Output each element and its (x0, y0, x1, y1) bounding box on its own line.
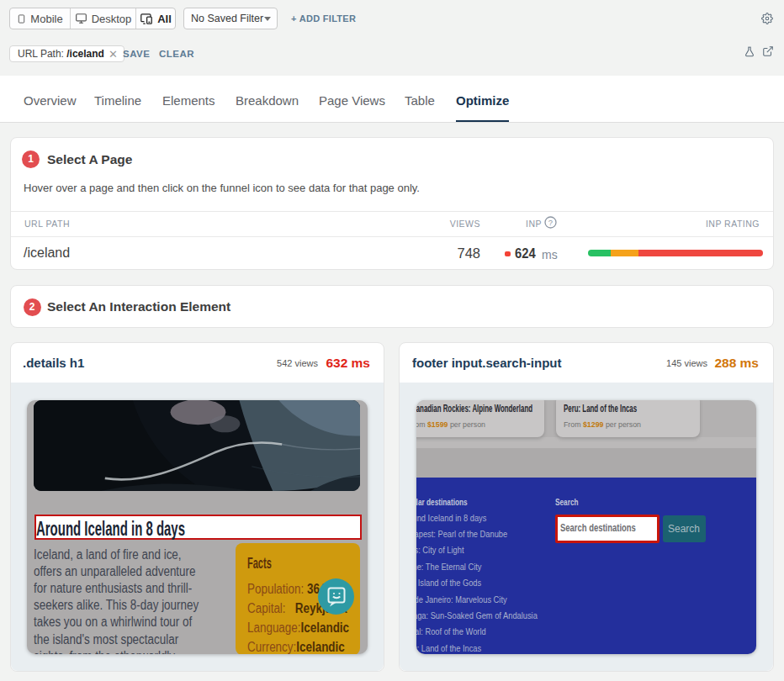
svg-text:?: ? (548, 218, 553, 227)
